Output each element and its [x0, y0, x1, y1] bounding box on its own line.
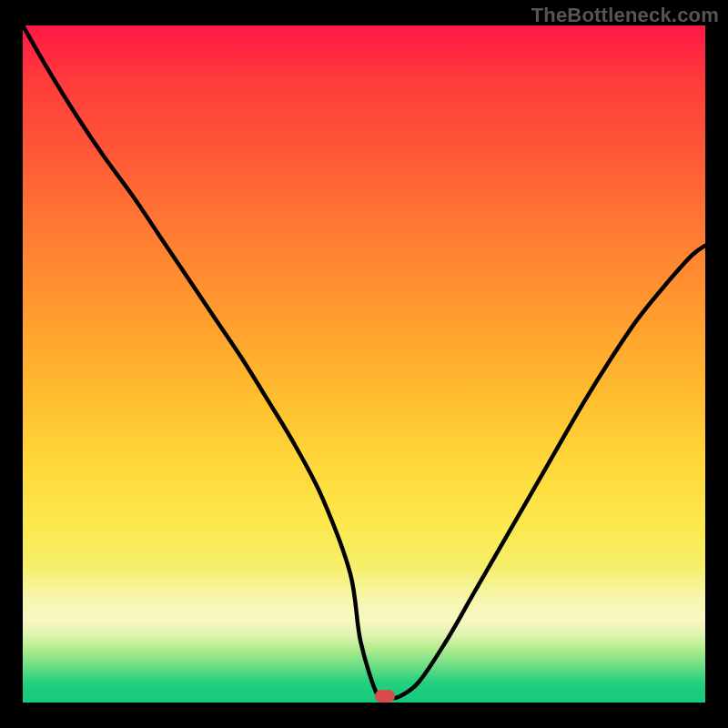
bottleneck-curve: [23, 25, 705, 703]
chart-plot-area: [23, 25, 705, 703]
page-root: TheBottleneck.com: [0, 0, 728, 728]
watermark-text: TheBottleneck.com: [531, 4, 719, 27]
min-marker: [375, 690, 395, 703]
